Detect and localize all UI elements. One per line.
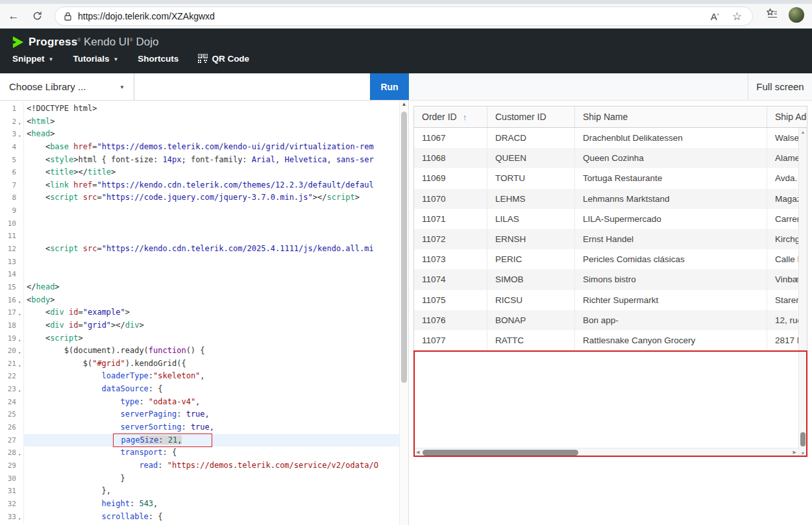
editor-line[interactable]: 1<!DOCTYPE html> bbox=[0, 103, 399, 116]
fold-chevron-icon[interactable]: ▾ bbox=[16, 332, 23, 345]
editor-line[interactable]: 14 bbox=[0, 268, 399, 281]
table-row[interactable]: 11069TORTUTortuga RestauranteAvda. Aztec bbox=[414, 168, 807, 188]
code-editor[interactable]: 1<!DOCTYPE html>2▾<html>3▾<head>4 <base … bbox=[0, 101, 409, 525]
column-header[interactable]: Customer ID bbox=[487, 106, 575, 127]
scroll-up-icon[interactable]: ▲ bbox=[799, 130, 807, 134]
table-row[interactable]: 11076BONAPBon app-12, rue des bbox=[414, 310, 807, 330]
fold-chevron-icon[interactable]: ▾ bbox=[16, 345, 23, 358]
column-header[interactable]: Order ID↑ bbox=[414, 106, 487, 127]
grid-cell[interactable]: Rattlesnake Canyon Grocery bbox=[575, 330, 767, 350]
editor-line[interactable]: 18 <div id="grid"></div> bbox=[0, 319, 399, 332]
editor-line[interactable]: 6 <title></title> bbox=[0, 166, 399, 179]
editor-scrollbar-thumb[interactable] bbox=[401, 112, 407, 383]
grid-cell[interactable]: 11076 bbox=[414, 310, 487, 330]
editor-line[interactable]: 24 type: "odata-v4", bbox=[0, 396, 399, 409]
fold-chevron-icon[interactable]: ▾ bbox=[16, 294, 23, 307]
editor-line[interactable]: 32 height: 543, bbox=[0, 498, 399, 511]
grid-cell[interactable]: Simons bistro bbox=[575, 269, 767, 289]
grid-cell[interactable]: 11067 bbox=[414, 128, 487, 148]
editor-line[interactable]: 12 <script src="https://kendo.cdn.teleri… bbox=[0, 243, 399, 256]
grid-cell[interactable]: 11074 bbox=[414, 269, 487, 289]
favorite-star-icon[interactable]: ☆ bbox=[732, 10, 742, 23]
editor-line[interactable]: 8 <script src="https://code.jquery.com/j… bbox=[0, 191, 399, 204]
run-button[interactable]: Run bbox=[370, 73, 409, 100]
fold-chevron-icon[interactable]: ▾ bbox=[16, 358, 23, 371]
editor-line[interactable]: 30 } bbox=[0, 472, 399, 485]
fold-chevron-icon[interactable]: ▾ bbox=[16, 116, 23, 128]
grid-cell[interactable]: LILAS bbox=[487, 209, 575, 229]
editor-line[interactable]: 11 bbox=[0, 230, 399, 243]
editor-line[interactable]: 27 pageSize: 21, bbox=[0, 434, 399, 447]
editor-line[interactable]: 33▾ scrollable: { bbox=[0, 511, 399, 524]
editor-line[interactable]: 28▾ transport: { bbox=[0, 446, 399, 459]
grid-cell[interactable]: 11070 bbox=[414, 189, 487, 209]
grid-cell[interactable]: Richter Supermarkt bbox=[575, 290, 767, 310]
grid-cell[interactable]: RICSU bbox=[487, 290, 575, 310]
editor-line[interactable]: 15</head> bbox=[0, 281, 399, 294]
fold-chevron-icon[interactable]: ▾ bbox=[16, 306, 23, 319]
grid-cell[interactable]: 11069 bbox=[414, 168, 487, 188]
editor-line[interactable]: 13 bbox=[0, 256, 399, 269]
grid-cell[interactable]: 11068 bbox=[414, 148, 487, 168]
table-row[interactable]: 11077RATTCRattlesnake Canyon Grocery2817… bbox=[414, 330, 807, 350]
editor-line[interactable]: 22 loaderType:"skeleton", bbox=[0, 370, 399, 383]
reload-icon[interactable] bbox=[29, 8, 45, 25]
grid-cell[interactable]: RATTC bbox=[487, 330, 575, 350]
fold-chevron-icon[interactable]: ▾ bbox=[16, 128, 23, 141]
grid-cell[interactable]: Tortuga Restaurante bbox=[575, 168, 767, 188]
fullscreen-button[interactable]: Full screen bbox=[748, 73, 812, 100]
editor-line[interactable]: 2▾<html> bbox=[0, 116, 399, 128]
table-row[interactable]: 11070LEHMSLehmanns MarktstandMagazinwe bbox=[414, 189, 807, 209]
fold-chevron-icon[interactable]: ▾ bbox=[16, 446, 23, 459]
grid-horizontal-scrollbar[interactable]: ◀ ▶ bbox=[414, 448, 798, 456]
table-row[interactable]: 11068QUEENQueen CozinhaAlameda do bbox=[414, 148, 807, 168]
editor-line[interactable]: 5 <style>html { font-size: 14px; font-fa… bbox=[0, 154, 399, 167]
grid-cell[interactable]: ERNSH bbox=[487, 229, 575, 249]
editor-line[interactable]: 9 bbox=[0, 204, 399, 217]
grid-cell[interactable]: 11073 bbox=[414, 249, 487, 269]
grid-cell[interactable]: LILA-Supermercado bbox=[575, 209, 767, 229]
grid-cell[interactable]: 11075 bbox=[414, 290, 487, 310]
grid-cell[interactable]: QUEEN bbox=[487, 148, 575, 168]
editor-line[interactable]: 20▾ $(document).ready(function() { bbox=[0, 345, 399, 358]
grid-cell[interactable]: Lehmanns Marktstand bbox=[575, 189, 767, 209]
grid-cell[interactable]: PERIC bbox=[487, 249, 575, 269]
collections-icon[interactable] bbox=[766, 8, 778, 22]
table-row[interactable]: 11073PERICPericles Comidas clásicasCalle… bbox=[414, 249, 807, 269]
read-aloud-icon[interactable]: A› bbox=[711, 11, 719, 22]
grid-cell[interactable]: BONAP bbox=[487, 310, 575, 330]
editor-line[interactable]: 16▾<body> bbox=[0, 294, 399, 307]
url-text[interactable]: https://dojo.telerik.com/XZAkgwxd bbox=[78, 11, 215, 21]
table-row[interactable]: 11071LILASLILA-SupermercadoCarrera 52 bbox=[414, 209, 807, 229]
editor-line[interactable]: 4 <base href="https://demos.telerik.com/… bbox=[0, 141, 399, 154]
grid-hscrollbar-thumb[interactable] bbox=[423, 450, 578, 456]
profile-avatar[interactable] bbox=[789, 7, 804, 23]
scroll-up-icon[interactable]: ▲ bbox=[400, 101, 408, 107]
table-row[interactable]: 11072ERNSHErnst HandelKirchgasse bbox=[414, 229, 807, 249]
fold-chevron-icon[interactable]: ▾ bbox=[16, 383, 23, 396]
grid-cell[interactable]: Ernst Handel bbox=[575, 229, 767, 249]
table-row[interactable]: 11075RICSURichter SupermarktStarenweg bbox=[414, 290, 807, 310]
editor-line[interactable]: 10 bbox=[0, 217, 399, 230]
grid-cell[interactable]: Queen Cozinha bbox=[575, 148, 767, 168]
grid-cell[interactable]: 11071 bbox=[414, 209, 487, 229]
address-bar[interactable]: https://dojo.telerik.com/XZAkgwxd A› ☆ bbox=[55, 6, 753, 26]
column-header[interactable]: Ship Address bbox=[767, 106, 807, 127]
editor-line[interactable]: 29 read: "https://demos.telerik.com/serv… bbox=[0, 459, 399, 472]
scroll-left-icon[interactable]: ◀ bbox=[416, 448, 419, 456]
nav-tutorials[interactable]: Tutorials▼ bbox=[73, 54, 118, 64]
grid-vertical-scrollbar[interactable]: ▲ ▼ bbox=[798, 128, 807, 456]
editor-line[interactable]: 17▾ <div id="example"> bbox=[0, 306, 399, 319]
nav-snippet[interactable]: Snippet▼ bbox=[12, 54, 53, 64]
grid-cell[interactable]: 11077 bbox=[414, 330, 487, 350]
grid-cell[interactable]: SIMOB bbox=[487, 269, 575, 289]
scroll-down-icon[interactable]: ▼ bbox=[799, 451, 807, 456]
editor-line[interactable]: 23▾ dataSource: { bbox=[0, 383, 399, 396]
editor-line[interactable]: 31 }, bbox=[0, 485, 399, 498]
grid-cell[interactable]: LEHMS bbox=[487, 189, 575, 209]
grid-cell[interactable]: DRACD bbox=[487, 128, 575, 148]
grid-cell[interactable]: Bon app- bbox=[575, 310, 767, 330]
editor-line[interactable]: 19▾ <script> bbox=[0, 332, 399, 345]
editor-line[interactable]: 3▾<head> bbox=[0, 128, 399, 141]
editor-scrollbar[interactable]: ▲ bbox=[399, 101, 408, 525]
